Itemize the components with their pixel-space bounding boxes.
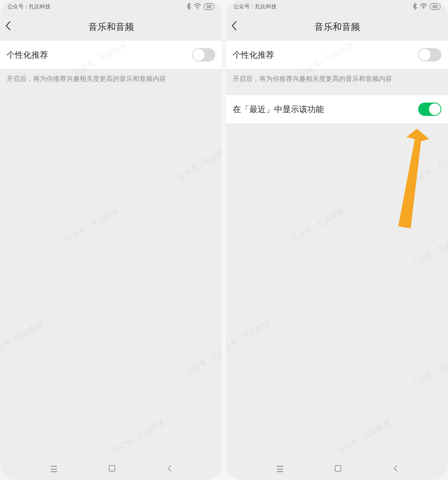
menu-icon[interactable]: ☰ bbox=[276, 464, 284, 474]
back-button[interactable] bbox=[5, 21, 22, 34]
show-in-recent-toggle[interactable] bbox=[418, 103, 441, 116]
show-in-recent-label: 在「最近」中显示该功能 bbox=[233, 104, 324, 115]
svg-rect-1 bbox=[109, 465, 115, 471]
system-nav-bar: ☰ bbox=[0, 458, 222, 480]
status-right: 88 bbox=[186, 3, 214, 11]
right-phone-screen: 公众号：扎比科技 88 音乐和音频 个性化推荐 开启后，将为你推荐兴趣相关度更高… bbox=[226, 0, 448, 480]
system-nav-bar: ☰ bbox=[226, 458, 448, 480]
back-button[interactable] bbox=[231, 21, 248, 34]
page-header: 音乐和音频 bbox=[226, 13, 448, 41]
bluetooth-icon bbox=[186, 3, 191, 11]
svg-point-2 bbox=[423, 8, 424, 9]
back-nav-icon[interactable] bbox=[167, 465, 172, 474]
status-right: 88 bbox=[412, 3, 441, 11]
wifi-icon bbox=[420, 3, 427, 10]
personalized-description: 开启后，将为你推荐兴趣相关度更高的音乐和音频内容 bbox=[0, 69, 222, 89]
bluetooth-icon bbox=[412, 3, 417, 11]
personalized-recommendation-row[interactable]: 个性化推荐 bbox=[226, 41, 448, 69]
status-bar: 公众号：扎比科技 88 bbox=[0, 0, 222, 13]
status-left-text: 公众号：扎比科技 bbox=[7, 3, 186, 10]
page-header: 音乐和音频 bbox=[0, 13, 222, 41]
status-bar: 公众号：扎比科技 88 bbox=[226, 0, 448, 13]
menu-icon[interactable]: ☰ bbox=[50, 464, 58, 474]
page-title: 音乐和音频 bbox=[88, 21, 134, 33]
battery-indicator: 88 bbox=[204, 3, 214, 10]
personalized-toggle[interactable] bbox=[192, 48, 215, 61]
settings-content: 个性化推荐 开启后，将为你推荐兴趣相关度更高的音乐和音频内容 bbox=[0, 41, 222, 458]
toggle-knob bbox=[419, 49, 431, 61]
personalized-toggle[interactable] bbox=[418, 48, 441, 61]
battery-indicator: 88 bbox=[430, 3, 441, 10]
toggle-knob bbox=[193, 49, 205, 61]
page-title: 音乐和音频 bbox=[314, 21, 360, 33]
settings-content: 个性化推荐 开启后，将为你推荐兴趣相关度更高的音乐和音频内容 在「最近」中显示该… bbox=[226, 41, 448, 458]
wifi-icon bbox=[194, 3, 201, 10]
back-nav-icon[interactable] bbox=[393, 465, 398, 474]
svg-point-0 bbox=[197, 8, 198, 9]
home-icon[interactable] bbox=[108, 465, 116, 474]
show-in-recent-row[interactable]: 在「最近」中显示该功能 bbox=[226, 95, 448, 123]
personalized-description: 开启后，将为你推荐兴趣相关度更高的音乐和音频内容 bbox=[226, 69, 448, 89]
toggle-knob bbox=[429, 103, 441, 115]
personalized-recommendation-row[interactable]: 个性化推荐 bbox=[0, 41, 222, 69]
home-icon[interactable] bbox=[334, 465, 342, 474]
personalized-label: 个性化推荐 bbox=[7, 49, 48, 61]
section-divider bbox=[226, 89, 448, 95]
status-left-text: 公众号：扎比科技 bbox=[234, 3, 412, 10]
personalized-label: 个性化推荐 bbox=[233, 49, 274, 61]
svg-rect-3 bbox=[335, 465, 341, 471]
left-phone-screen: 公众号：扎比科技 88 音乐和音频 个性化推荐 开启后，将为你推荐兴趣相关度更高… bbox=[0, 0, 222, 480]
